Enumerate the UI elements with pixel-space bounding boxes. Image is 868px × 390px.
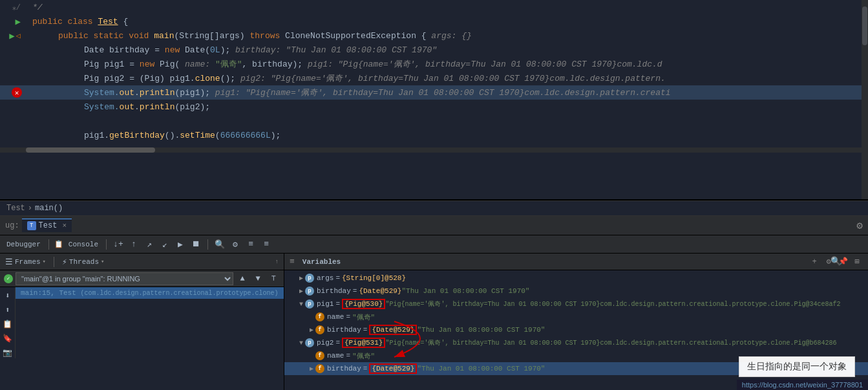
var-row[interactable]: ▶ f name = "佩奇": [284, 310, 868, 323]
run-to-cursor-btn[interactable]: ↙: [158, 238, 171, 251]
toolbar-divider: [207, 239, 208, 250]
step-out-btn[interactable]: ↗: [143, 238, 156, 251]
tab-test[interactable]: T Test ×: [22, 219, 72, 232]
gutter: ⁎/: [0, 3, 26, 12]
code-line: ▶ public class Test {: [0, 14, 868, 28]
breadcrumb-item[interactable]: Test: [6, 204, 25, 213]
debug-tab-bar: ug: T Test × ⚙: [0, 216, 868, 235]
code-lines: ⁎/ */ ▶ public class Test { ▶ ◁ public s…: [0, 0, 868, 153]
action-btn: 🔖: [2, 332, 14, 344]
frames-icon: ☰: [5, 257, 13, 267]
var-row[interactable]: ▶ p args = {String[0]@528}: [284, 272, 868, 285]
code-line: [0, 114, 868, 128]
expand-icon[interactable]: ▶: [297, 274, 305, 282]
frames-threads-bar: ☰ Frames ▾ ⚡ Threads ▾ ↑: [0, 254, 284, 270]
run-arrow-icon: ▶: [9, 30, 14, 41]
left-panel: ☰ Frames ▾ ⚡ Threads ▾ ↑ ✓ "main"@1 in g…: [0, 254, 284, 390]
thread-dropdown[interactable]: "main"@1 in group "main": RUNNING: [16, 272, 233, 285]
expand-icon[interactable]: ▼: [297, 301, 305, 308]
export-icon[interactable]: ↑: [275, 259, 279, 265]
frames-label: Frames: [15, 258, 41, 266]
expand-icon[interactable]: ▶: [308, 365, 315, 373]
stop-btn[interactable]: ⏹: [189, 238, 202, 251]
variables-title: Variables: [302, 258, 341, 266]
right-panel-wrapper: ≡ Variables + ⚙ 📌 ⊞ 🔍 ▶ p args: [284, 254, 868, 390]
tab-icon: T: [27, 221, 36, 230]
thread-down-btn[interactable]: ▼: [251, 272, 264, 285]
debug-toolbar: Debugger 📋 Console ↓+ ↑ ↗ ↙ ▶ ⏹ 🔍 ⚙ ≡ ≡: [0, 235, 868, 254]
action-buttons: ⬇ ⬆ 📋 🔖 📷: [0, 287, 16, 358]
gear-icon[interactable]: ⚙: [856, 219, 863, 232]
vars-add-btn[interactable]: +: [809, 256, 820, 268]
error-gutter: ✕: [0, 87, 26, 98]
gutter: ▶: [0, 16, 26, 27]
code-line: pig1.getBirthday().setTime(666666666L);: [0, 128, 868, 142]
type-icon: p: [305, 287, 314, 296]
horizontal-scrollbar[interactable]: [0, 147, 868, 153]
annotation-text: 生日指向的是同一个对象: [747, 361, 847, 371]
var-row-pig1[interactable]: ▼ p pig1 = {Pig@530} "Pig{name='佩奇', bir…: [284, 298, 868, 310]
step-over-btn[interactable]: ↓+: [112, 238, 125, 251]
expand-icon[interactable]: ▶: [297, 287, 305, 295]
action-btn[interactable]: ⬇: [2, 290, 14, 301]
type-icon: f: [315, 364, 324, 373]
expand-icon[interactable]: ▼: [297, 340, 305, 347]
gutter: ▶ ◁: [0, 30, 26, 41]
toolbar-divider: [48, 239, 49, 250]
var-row-pig1-birthday[interactable]: ▶ f birthday = {Date@529} "Thu Jan 01 08…: [284, 323, 868, 336]
code-line: System.out.println(pig2);: [0, 100, 868, 114]
footer-watermark: https://blog.csdn.net/weixin_37778801: [737, 380, 868, 390]
search-icon[interactable]: 🔍: [831, 256, 842, 268]
action-btn[interactable]: ⬆: [2, 304, 14, 316]
type-icon: p: [305, 299, 314, 309]
thread-up-btn[interactable]: ▲: [236, 272, 249, 285]
scrollbar-thumb[interactable]: [862, 6, 867, 45]
code-line-error: ✕ System.out.println(pig1); pig1: "Pig{n…: [0, 85, 868, 100]
threads-button[interactable]: ⚡ Threads ▾: [62, 257, 104, 267]
action-btn: 📋: [2, 318, 14, 330]
step-into-btn[interactable]: ↑: [127, 238, 140, 251]
var-row-pig2[interactable]: ▼ p pig2 = {Pig@531} "Pig{name='佩奇', bir…: [284, 336, 868, 349]
type-icon: f: [315, 312, 324, 321]
threads-dropdown-icon: ▾: [101, 258, 104, 265]
cn-annotation: 生日指向的是同一个对象: [739, 356, 855, 377]
pig2-ref-boxed: {Pig@531}: [342, 338, 385, 348]
breadcrumb-item-active[interactable]: main(): [35, 204, 63, 213]
code-line: Pig pig2 = (Pig) pig1.clone(); pig2: "Pi…: [0, 71, 868, 85]
type-icon: p: [305, 338, 314, 347]
vars-layout-btn[interactable]: ⊞: [851, 256, 863, 268]
pig1-ref-boxed: {Pig@530}: [342, 299, 385, 309]
scrollbar-thumb[interactable]: [26, 147, 155, 153]
frames-button[interactable]: ☰ Frames ▾: [5, 257, 46, 267]
frame-item[interactable]: main:15, Test (com.ldc.design.pattern.cr…: [16, 287, 284, 299]
vertical-scrollbar[interactable]: [862, 0, 868, 199]
thread-filter-btn[interactable]: ⊤: [267, 272, 280, 285]
watermark-url: https://blog.csdn.net/weixin_37778801: [742, 381, 863, 389]
frame-location: main:15, Test: [21, 289, 76, 297]
more-btn[interactable]: ≡: [260, 238, 273, 251]
code-line: Date birthday = new Date(0L); birthday: …: [0, 43, 868, 57]
var-row[interactable]: ▶ p birthday = {Date@529} "Thu Jan 01 08…: [284, 285, 868, 298]
toolbar-divider: [106, 239, 107, 250]
evaluate-btn[interactable]: ▶: [174, 238, 187, 251]
frames-dropdown-icon: ▾: [43, 258, 46, 265]
expand-icon[interactable]: ▶: [308, 326, 315, 334]
type-icon: p: [305, 274, 314, 283]
variables-icon: ≡: [290, 257, 295, 266]
tab-label: Test: [39, 221, 58, 230]
threads-label: Threads: [69, 258, 99, 266]
thread-selector: ✓ "main"@1 in group "main": RUNNING ▲ ▼ …: [0, 270, 284, 287]
debugger-section: Debugger: [4, 241, 43, 248]
variables-header: ≡ Variables + ⚙ 📌 ⊞ 🔍: [284, 254, 868, 270]
code-line: Pig pig1 = new Pig( name: "佩奇", birthday…: [0, 57, 868, 71]
code-editor: ⁎/ */ ▶ public class Test { ▶ ◁ public s…: [0, 0, 868, 200]
error-icon: ✕: [12, 87, 22, 98]
close-icon[interactable]: ×: [62, 222, 67, 230]
layout-btn[interactable]: ≡: [244, 238, 257, 251]
threads-icon: ⚡: [62, 257, 67, 267]
birthday2-ref-boxed: {Date@529}: [369, 363, 417, 374]
breakpoint-icon: ◁: [16, 31, 21, 41]
settings-btn[interactable]: ⚙: [229, 238, 242, 251]
search-btn[interactable]: 🔍: [213, 238, 226, 251]
debug-label: ug:: [5, 221, 19, 230]
